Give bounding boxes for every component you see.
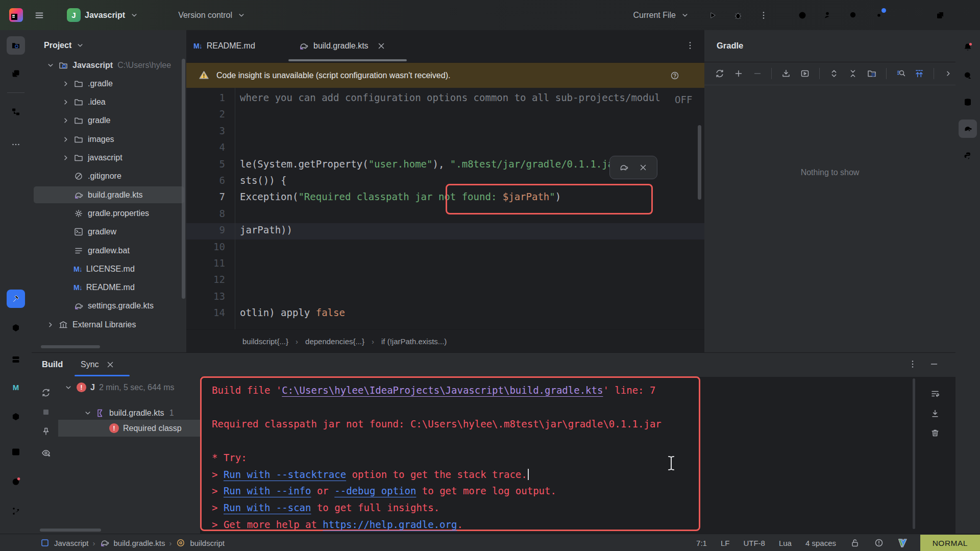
console-line[interactable]: > Run with --info or --debug option to g… xyxy=(212,485,556,496)
close-icon[interactable] xyxy=(376,41,386,51)
right-strip-ai-chat-icon[interactable] xyxy=(959,66,977,85)
tool-strip-run-targets-icon[interactable] xyxy=(7,408,25,426)
tool-strip-build-hammer-icon[interactable] xyxy=(7,290,25,308)
gradle-toolbar-sync-icon[interactable] xyxy=(713,66,727,81)
run-config-widget[interactable]: Current File xyxy=(628,6,695,25)
chevron-right-icon[interactable] xyxy=(60,79,71,89)
status-widget[interactable]: UTF-8 xyxy=(743,539,765,547)
chevron-right-icon[interactable] xyxy=(60,134,71,145)
gradle-toolbar-add-icon[interactable] xyxy=(731,66,746,81)
run-icon[interactable] xyxy=(703,6,722,25)
tool-strip-more-dots-icon[interactable] xyxy=(7,135,25,154)
build-toolbar-pin-icon[interactable] xyxy=(38,423,54,440)
chevron-down-icon[interactable] xyxy=(63,382,74,393)
settings-icon[interactable] xyxy=(870,6,888,25)
breadcrumb-item[interactable]: if (!jarPath.exists...) xyxy=(381,337,447,346)
ai-assistant-icon[interactable] xyxy=(793,6,812,25)
tree-item-license.md[interactable]: M↓LICENSE.md xyxy=(60,260,135,277)
build-options-kebab-icon[interactable] xyxy=(908,359,918,369)
window-restore-icon[interactable] xyxy=(931,6,949,25)
tool-strip-services-icon[interactable] xyxy=(7,350,25,369)
gradle-toolbar-download-icon[interactable] xyxy=(779,66,793,81)
chevron-right-icon[interactable] xyxy=(60,97,71,107)
tool-strip-project-folder-icon[interactable] xyxy=(7,36,25,55)
add-user-icon[interactable] xyxy=(819,6,837,25)
build-tree-error-row[interactable]: ! Required classp xyxy=(109,420,182,437)
gradle-toolbar-find-icon[interactable] xyxy=(894,66,908,81)
tree-item-gradlew[interactable]: gradlew xyxy=(60,224,116,241)
gradle-toolbar-run-task-icon[interactable] xyxy=(798,66,812,81)
tree-item-javascript[interactable]: javascript xyxy=(60,150,122,166)
close-icon[interactable] xyxy=(105,360,115,370)
tree-item-.gitignore[interactable]: .gitignore xyxy=(60,168,121,185)
readonly-lock-icon[interactable] xyxy=(850,538,860,548)
status-widget[interactable]: Lua xyxy=(779,539,792,547)
project-horizontal-scrollbar[interactable] xyxy=(41,345,100,348)
debug-icon[interactable] xyxy=(729,6,747,25)
tab-build-gradle[interactable]: build.gradle.kts xyxy=(299,30,386,62)
gradle-toolbar-group-tasks-icon[interactable] xyxy=(865,66,879,81)
tool-strip-bookmarks-icon[interactable] xyxy=(7,64,25,83)
tree-item-settings.gradle.kts[interactable]: settings.gradle.kts xyxy=(60,298,154,315)
console-line[interactable]: > Get more help at https://help.gradle.o… xyxy=(212,519,463,530)
chevron-right-icon[interactable] xyxy=(60,153,71,163)
tab-readme[interactable]: M↓ README.md xyxy=(193,30,255,62)
build-tree-root-row[interactable]: ! J 2 min, 5 sec, 644 ms xyxy=(63,379,175,396)
tree-item-images[interactable]: images xyxy=(60,131,114,148)
highlighting-off-label[interactable]: OFF xyxy=(675,94,692,105)
console-soft-wrap-icon[interactable] xyxy=(927,386,943,402)
tool-strip-version-control-icon[interactable] xyxy=(7,502,25,520)
gradle-toolbar-expand-all-icon[interactable] xyxy=(827,66,841,81)
gradle-toolbar-remove-icon[interactable] xyxy=(750,66,765,81)
status-widget[interactable]: 4 spaces xyxy=(805,539,836,547)
analysis-status-icon[interactable] xyxy=(874,538,884,548)
tool-strip-structure-icon[interactable] xyxy=(7,103,25,121)
status-crumb[interactable]: build.gradle.kts xyxy=(114,539,165,547)
breadcrumb-item[interactable]: dependencies{...} xyxy=(305,337,364,346)
ideavim-icon[interactable] xyxy=(898,538,908,548)
build-toolbar-preview-icon[interactable] xyxy=(38,445,54,461)
console-line[interactable]: > Run with --scan to get full insights. xyxy=(212,502,439,513)
right-strip-python-logo-icon[interactable] xyxy=(959,147,977,165)
tree-item-gradlew.bat[interactable]: gradlew.bat xyxy=(60,242,130,259)
tree-item-.gradle[interactable]: .gradle xyxy=(60,75,113,92)
chevron-down-icon[interactable] xyxy=(83,408,93,418)
minimize-panel-icon[interactable] xyxy=(929,359,939,369)
status-crumb[interactable]: Javascript xyxy=(54,539,89,547)
console-line[interactable]: Build file 'C:\Users\hylee\IdeaProjects\… xyxy=(212,385,655,396)
tool-strip-problems-icon[interactable] xyxy=(7,472,25,491)
right-strip-gradle-icon[interactable] xyxy=(959,119,977,138)
tree-item-build.gradle.kts[interactable]: build.gradle.kts xyxy=(60,186,143,203)
build-toolbar-sync-icon[interactable] xyxy=(38,385,54,401)
vim-mode-badge[interactable]: NORMAL xyxy=(920,535,980,551)
build-horizontal-scrollbar[interactable] xyxy=(40,529,101,532)
window-close-icon[interactable] xyxy=(957,6,975,25)
search-icon[interactable] xyxy=(844,6,863,25)
code-line-9[interactable]: jarPath)) xyxy=(240,224,292,235)
breadcrumb-item[interactable]: buildscript{...} xyxy=(242,337,288,346)
status-widget[interactable]: 7:1 xyxy=(696,539,707,547)
project-widget[interactable]: J Javascript xyxy=(62,6,144,25)
gradle-icon[interactable] xyxy=(619,162,629,173)
window-minimize-icon[interactable] xyxy=(905,6,924,25)
console-clear-icon[interactable] xyxy=(927,425,943,441)
tree-item-external-libraries[interactable]: External Libraries xyxy=(45,316,136,333)
editor-vertical-scrollbar[interactable] xyxy=(698,125,701,200)
build-tree-file-row[interactable]: build.gradle.kts 1 xyxy=(83,404,174,421)
code-line-1[interactable]: where you can add configuration options … xyxy=(240,92,660,103)
console-line[interactable]: > Run with --stacktrace option to get th… xyxy=(212,469,529,480)
tree-item-.idea[interactable]: .idea xyxy=(60,94,106,111)
tool-strip-terminal-icon[interactable] xyxy=(7,443,25,461)
status-crumb[interactable]: buildscript xyxy=(190,539,225,547)
tab-sync[interactable]: Sync xyxy=(81,360,115,370)
vcs-widget[interactable]: Version control xyxy=(173,6,252,25)
project-vertical-scrollbar[interactable] xyxy=(182,59,185,299)
tree-item-gradle[interactable]: gradle xyxy=(60,112,110,129)
code-line-14[interactable]: otlin) apply false xyxy=(240,307,345,318)
tool-strip-maven-icon[interactable]: M xyxy=(7,378,25,396)
code-line-6[interactable]: sts()) { xyxy=(240,175,287,186)
tree-item-javascript[interactable]: JavascriptC:\Users\hylee xyxy=(45,57,171,74)
tool-strip-python-packages-icon[interactable] xyxy=(7,319,25,337)
gradle-toolbar-offline-mode-icon[interactable] xyxy=(912,66,926,81)
build-toolbar-stop-icon[interactable] xyxy=(38,404,54,420)
